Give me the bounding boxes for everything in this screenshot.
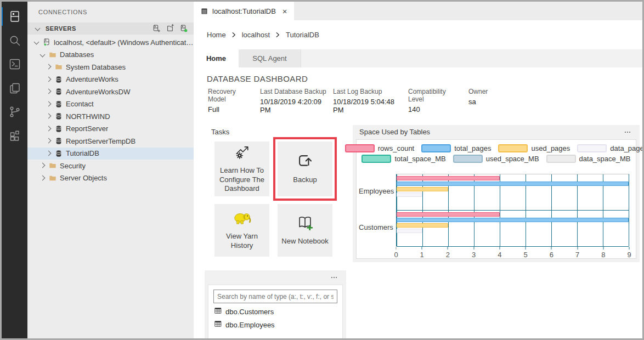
- chevron-right-icon[interactable]: [38, 161, 47, 170]
- search-input[interactable]: [213, 290, 337, 303]
- meta-value: Full: [208, 105, 253, 114]
- tree-item-econtact[interactable]: Econtact: [27, 98, 194, 111]
- chevron-right-icon[interactable]: [44, 87, 53, 96]
- servers-actions: [152, 24, 188, 33]
- objects-panel-header: [205, 270, 346, 284]
- new-server-group-icon[interactable]: [166, 24, 174, 33]
- meta-last-database-backup: Last Database Backup10/18/2019 4:20:09 P…: [260, 88, 333, 114]
- chevron-down-icon[interactable]: [32, 38, 41, 47]
- tick-mark: [448, 247, 448, 250]
- tree-item-northwind[interactable]: NORTHWIND: [27, 110, 194, 123]
- list-item-dbo-employees[interactable]: dbo.Employees: [208, 318, 342, 331]
- chevron-right-icon: [275, 31, 280, 38]
- activity-bar-item-terminal[interactable]: [2, 53, 27, 76]
- chevron-right-icon[interactable]: [38, 174, 47, 183]
- tree-item-label: AdventureWorks: [66, 75, 118, 83]
- chevron-right-icon[interactable]: [44, 75, 53, 84]
- database-icon: [54, 137, 63, 145]
- tick-label-8: 8: [601, 251, 605, 259]
- servers-section-header[interactable]: SERVERS: [27, 22, 194, 35]
- chevron-right-icon[interactable]: [44, 149, 53, 158]
- breadcrumb-item-home[interactable]: Home: [207, 31, 226, 39]
- tick-mark: [396, 247, 397, 250]
- app-window: CONNECTIONS SERVERS localhost, <default>…: [0, 0, 644, 340]
- legend-swatch: [498, 144, 528, 152]
- list-item-dbo-customers[interactable]: dbo.Customers: [208, 305, 342, 318]
- activity-bar-item-search[interactable]: [2, 29, 27, 52]
- tree-item-databases[interactable]: Databases: [27, 49, 194, 61]
- view-yarn-history-button[interactable]: View Yarn History: [214, 204, 269, 257]
- new-notebook-button[interactable]: New Notebook: [278, 204, 332, 257]
- tree-item-adventureworksdw[interactable]: AdventureWorksDW: [27, 86, 194, 98]
- new-connection-icon[interactable]: [152, 24, 161, 33]
- breadcrumb: HomelocalhostTutorialDB: [194, 20, 642, 49]
- activity-bar-item-source-control[interactable]: [2, 100, 27, 123]
- yarn-elephant-icon: [233, 210, 251, 228]
- tree-item-tutorialdb[interactable]: TutorialDB: [27, 148, 194, 160]
- legend-item-used-pages: used_pages: [498, 144, 570, 152]
- legend-label: total_pages: [454, 144, 491, 152]
- chart-legend: rows_counttotal_pagesused_pagesdata_page…: [357, 144, 636, 163]
- active-connections-icon[interactable]: [179, 24, 188, 33]
- tree-item-server-objects[interactable]: Server Objects: [27, 172, 194, 185]
- ellipsis-icon[interactable]: [622, 128, 633, 136]
- tree-item-label: NORTHWIND: [66, 112, 110, 121]
- tasks-panel: Tasks Learn How To Configure The Dashboa…: [205, 125, 346, 264]
- legend-item-total-pages: total_pages: [421, 144, 491, 152]
- category-band-customers: [397, 211, 629, 247]
- tab-localhost-tutorialdb[interactable]: localhost:TutorialDB ×: [194, 2, 294, 20]
- folder-icon: [48, 174, 57, 183]
- folder-icon: [48, 50, 57, 59]
- chevron-down-icon[interactable]: [33, 24, 42, 33]
- tree-item-reportserver[interactable]: ReportServer: [27, 123, 194, 135]
- objects-panel-body: dbo.Customersdbo.Employees: [208, 285, 343, 339]
- database-icon: [54, 112, 63, 121]
- chevron-right-icon[interactable]: [44, 124, 53, 133]
- legend-swatch: [577, 144, 607, 152]
- activity-bar-item-notebooks[interactable]: [2, 77, 27, 100]
- tree-item-localhost-default-windows-authentication[interactable]: localhost, <default> (Windows Authentica…: [27, 36, 194, 49]
- activity-bar-item-connections[interactable]: [2, 5, 27, 28]
- space-used-panel-header: Space Used by Tables: [353, 125, 640, 139]
- tick-mark: [473, 247, 474, 250]
- meta-label: Owner: [468, 88, 495, 95]
- page-title: DATABASE DASHBOARD: [207, 74, 642, 83]
- tasks-panel-header: Tasks: [205, 125, 346, 139]
- connections-icon: [8, 10, 21, 23]
- meta-label: Last Log Backup: [333, 88, 402, 95]
- close-icon[interactable]: ×: [283, 7, 287, 15]
- legend-swatch: [361, 155, 391, 163]
- tree-item-label: TutorialDB: [66, 149, 99, 157]
- database-tab-icon: [200, 7, 208, 15]
- bar-used-pages-customers: [397, 223, 448, 228]
- chevron-right-icon[interactable]: [44, 63, 53, 71]
- database-meta: Recovery ModelFullLast Database Backup10…: [208, 88, 642, 114]
- tab-sql-agent[interactable]: SQL Agent: [239, 49, 301, 67]
- chevron-right-icon[interactable]: [44, 112, 53, 121]
- tree-item-reportservertempdb[interactable]: ReportServerTempDB: [27, 135, 194, 148]
- breadcrumb-item-tutorialdb[interactable]: TutorialDB: [286, 31, 319, 39]
- learn-how-to-configure-the-dashboard-button[interactable]: Learn How To Configure The Dashboard: [214, 141, 269, 196]
- breadcrumb-item-localhost[interactable]: localhost: [242, 31, 270, 39]
- tree-item-system-databases[interactable]: System Databases: [27, 61, 194, 73]
- folder-icon: [54, 63, 63, 71]
- editor-tabstrip: localhost:TutorialDB ×: [194, 2, 642, 20]
- tree-item-security[interactable]: Security: [27, 160, 194, 172]
- tree-item-label: ReportServerTempDB: [66, 137, 135, 145]
- tick-label-7: 7: [575, 251, 579, 259]
- tree-item-label: ReportServer: [66, 124, 108, 133]
- chevron-down-icon[interactable]: [38, 50, 47, 59]
- legend-row: total_space_MBused_space_MBdata_space_MB: [361, 155, 630, 163]
- backup-button[interactable]: Backup: [278, 141, 332, 196]
- tree-item-label: Databases: [60, 50, 94, 59]
- ellipsis-icon[interactable]: [329, 274, 340, 281]
- tab-home[interactable]: Home: [194, 49, 239, 67]
- tick-label-5: 5: [523, 251, 527, 259]
- table-icon: [214, 307, 222, 316]
- chevron-right-icon[interactable]: [44, 137, 53, 145]
- chevron-right-icon[interactable]: [44, 100, 53, 109]
- database-icon: [54, 124, 63, 133]
- category-label-customers: Customers: [359, 223, 393, 231]
- activity-bar-item-extensions[interactable]: [2, 124, 27, 148]
- tree-item-adventureworks[interactable]: AdventureWorks: [27, 73, 194, 86]
